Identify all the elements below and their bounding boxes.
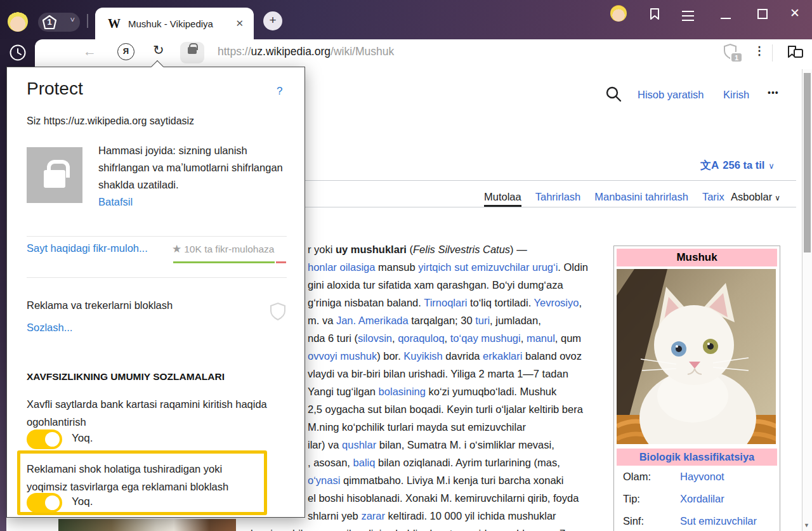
tab-close-icon[interactable]: ✕: [233, 18, 246, 29]
article-link[interactable]: silovsin: [358, 332, 392, 344]
article-tab-tahrirlash[interactable]: Tahrirlash: [535, 191, 581, 203]
panel-divider: [27, 236, 287, 237]
article-line: , asosan, baliq bilan oziqlanadi. Ayrim …: [308, 454, 588, 471]
tools-menu[interactable]: Asboblar∨: [731, 191, 780, 203]
article-link[interactable]: bolasining: [379, 386, 426, 397]
address-bar-field[interactable]: ← Я ↻ https://uz.wikipedia.org/wiki/Mush…: [35, 39, 812, 67]
collections-icon[interactable]: [786, 44, 805, 61]
yandex-icon[interactable]: Я: [117, 43, 134, 60]
chevron-down-icon[interactable]: ˅: [70, 15, 75, 25]
site-security-button[interactable]: [180, 42, 204, 63]
language-button[interactable]: 文A256 ta til∨: [700, 158, 775, 173]
article-link[interactable]: Jan. Amerikada: [336, 315, 409, 326]
tabs-divider: [305, 207, 796, 207]
article-text-segment: , qum: [555, 332, 581, 344]
article-link[interactable]: toʻqay mushugi: [450, 332, 521, 344]
plus-icon: +: [269, 13, 276, 27]
browser-titlebar: 1 ˅ W Mushuk - Vikipediya ✕ + ✕: [0, 0, 812, 39]
url-actions-icon[interactable]: ⋮: [754, 44, 765, 58]
article-link[interactable]: yirtqich sut emizuvchilar urugʻi: [418, 261, 558, 273]
url-path: /wiki/Mushuk: [331, 45, 394, 58]
refresh-icon[interactable]: ↻: [153, 43, 164, 58]
article-link[interactable]: erkaklari: [483, 350, 522, 362]
article-link[interactable]: oʻynasi: [308, 475, 340, 486]
article-tab-tarix[interactable]: Tarix: [702, 191, 724, 203]
shock-ads-label: Reklamani shok holatiga tushiradigan yok…: [27, 460, 258, 495]
feedback-rating: ★10K ta fikr-mulohaza: [172, 242, 274, 256]
taxonomy-link[interactable]: Sut emizuvchilar: [680, 515, 757, 527]
page-scrollbar[interactable]: ▼: [802, 69, 812, 531]
article-link[interactable]: qushlar: [342, 439, 376, 450]
article-text-segment: m. va: [308, 315, 336, 326]
window-left-edge: [0, 67, 6, 531]
lock-icon: [188, 47, 197, 54]
details-link[interactable]: Batafsil: [98, 196, 133, 208]
article-link[interactable]: turi: [475, 315, 490, 326]
taxonomy-row: Olam:Hayvonot: [617, 466, 777, 488]
article-link[interactable]: baliq: [353, 457, 376, 468]
maximize-button[interactable]: [757, 9, 768, 19]
close-button[interactable]: ✕: [790, 6, 800, 20]
infobox-section-link[interactable]: Biologik klassifikatsiya: [617, 449, 777, 466]
article-link[interactable]: Yevrosiyo: [534, 297, 579, 308]
article-link[interactable]: zarar: [361, 510, 385, 521]
infobox-title: Mushuk: [617, 249, 777, 266]
scroll-down-icon[interactable]: ▼: [804, 522, 809, 528]
article-link[interactable]: Tirnoqlari: [424, 297, 467, 308]
profile-avatar[interactable]: [8, 11, 28, 32]
header-divider: [305, 180, 796, 181]
taxonomy-label: Tip:: [623, 493, 680, 505]
lock-icon: [44, 170, 65, 188]
protect-title: Protect: [27, 79, 83, 99]
article-text-segment: ,: [445, 332, 450, 344]
sync-avatar[interactable]: [610, 5, 627, 22]
article-link[interactable]: Kuyikish: [403, 350, 442, 362]
scrollbar-thumb[interactable]: [804, 73, 811, 252]
article-link[interactable]: manul: [527, 332, 555, 344]
more-options-icon[interactable]: •••: [768, 88, 779, 98]
site-feedback-link[interactable]: Sayt haqidagi fikr-muloh...: [27, 242, 148, 254]
article-tabs: MutolaaTahrirlashManbasini tahrirlashTar…: [484, 191, 738, 203]
article-text-segment: qimmatbaho. Liviya M.i kenja turi barcha…: [340, 475, 563, 486]
help-icon[interactable]: ?: [277, 85, 282, 98]
article-link[interactable]: ovvoyi mushuk: [308, 350, 377, 362]
tools-label: Asboblar: [731, 191, 772, 202]
article-tab-mutolaa[interactable]: Mutolaa: [484, 191, 521, 203]
browser-tab[interactable]: W Mushuk - Vikipediya ✕: [95, 8, 254, 39]
history-icon[interactable]: [9, 44, 27, 62]
tab-groups-button[interactable]: 1 ˅: [38, 13, 80, 32]
article-tab-manbasini-tahrirlash[interactable]: Manbasini tahrirlash: [594, 191, 688, 203]
taxonomy-link[interactable]: Hayvonot: [680, 471, 724, 483]
article-line: gʻriniga nisbatan baland. Tirnoqlari toʻ…: [308, 294, 588, 311]
login-link[interactable]: Kirish: [723, 89, 749, 101]
article-line: nda 6 turi (silovsin, qoraquloq, toʻqay …: [308, 329, 588, 347]
panel-divider: [27, 277, 287, 278]
shock-ads-highlight: Reklamani shok holatiga tushiradigan yok…: [17, 450, 267, 515]
article-line: vlaydi va bir-biri bilan urishadi. Yilig…: [308, 365, 588, 383]
new-tab-button[interactable]: +: [263, 11, 282, 30]
article-line: m. va Jan. Amerikada tarqalgan; 30 turi,…: [308, 311, 588, 329]
bank-warning-toggle[interactable]: [27, 429, 62, 449]
article-text-segment: (: [407, 244, 413, 255]
article-link[interactable]: honlar oilasiga: [308, 261, 375, 273]
back-icon[interactable]: ←: [83, 44, 96, 59]
protect-shield-button[interactable]: 1: [723, 43, 744, 63]
shock-ads-toggle[interactable]: [27, 493, 62, 513]
taxonomy-label: Olam:: [623, 471, 680, 483]
create-account-link[interactable]: Hisob yaratish: [638, 89, 704, 101]
minimize-button[interactable]: [721, 18, 731, 19]
url-text[interactable]: https://uz.wikipedia.org/wiki/Mushuk: [218, 45, 394, 58]
tab-count: 1: [41, 14, 58, 30]
cat-photo[interactable]: [617, 269, 777, 447]
bookmarks-icon[interactable]: [648, 6, 663, 22]
article-link[interactable]: qoraquloq: [398, 332, 444, 344]
taxonomy-row: Sinf:Sut emizuvchilar: [617, 510, 777, 531]
adblock-settings-link[interactable]: Sozlash...: [27, 322, 72, 334]
article-line: ilar) va qushlar bilan, Sumatra M. i oʻs…: [308, 436, 588, 454]
taxonomy-link[interactable]: Xordalilar: [680, 493, 724, 505]
tab-title: Mushuk - Vikipediya: [128, 18, 233, 29]
search-icon[interactable]: [605, 86, 623, 103]
browser-window: 1 ˅ W Mushuk - Vikipediya ✕ + ✕ ← Я ↻: [0, 0, 812, 531]
article-text-segment: uy mushuklari: [336, 244, 407, 255]
menu-icon[interactable]: [682, 11, 694, 24]
